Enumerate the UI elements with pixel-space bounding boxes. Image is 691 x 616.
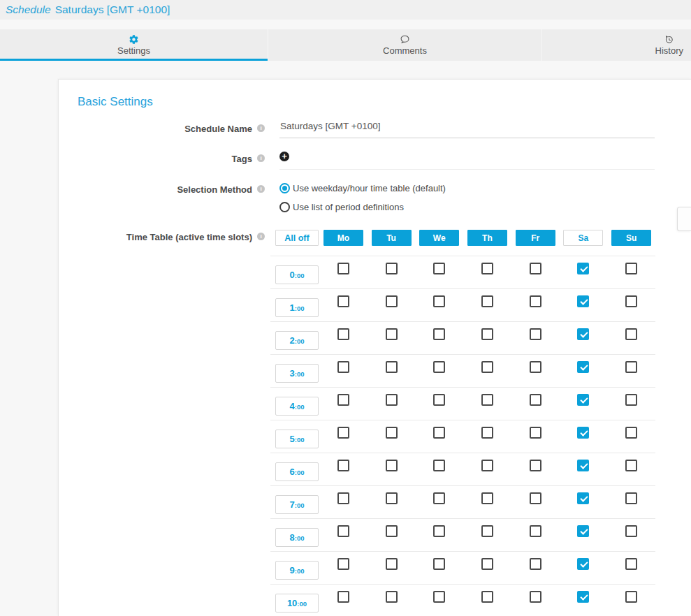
timeslot-checkbox-we-200[interactable] bbox=[433, 328, 445, 340]
timeslot-checkbox-we-300[interactable] bbox=[433, 361, 445, 373]
timeslot-checkbox-su-700[interactable] bbox=[625, 492, 637, 504]
timeslot-checkbox-sa-800[interactable] bbox=[577, 525, 589, 537]
hour-row-button-3[interactable]: 3:00 bbox=[275, 364, 319, 383]
timeslot-checkbox-mo-500[interactable] bbox=[337, 427, 349, 439]
timeslot-checkbox-fr-1000[interactable] bbox=[530, 591, 541, 603]
hour-row-button-1[interactable]: 1:00 bbox=[275, 298, 319, 317]
schedule-name-info-icon[interactable] bbox=[257, 124, 265, 132]
timeslot-checkbox-su-400[interactable] bbox=[625, 394, 637, 406]
timeslot-checkbox-fr-000[interactable] bbox=[530, 263, 541, 274]
timeslot-checkbox-th-000[interactable] bbox=[481, 263, 493, 274]
timeslot-checkbox-tu-100[interactable] bbox=[386, 295, 398, 307]
timeslot-checkbox-mo-200[interactable] bbox=[337, 328, 349, 340]
timeslot-checkbox-th-1000[interactable] bbox=[481, 591, 493, 603]
timeslot-checkbox-sa-400[interactable] bbox=[577, 394, 589, 406]
timeslot-checkbox-tu-1000[interactable] bbox=[386, 591, 398, 603]
timeslot-checkbox-tu-900[interactable] bbox=[386, 558, 398, 570]
schedule-name-input[interactable] bbox=[279, 121, 655, 138]
timeslot-checkbox-we-700[interactable] bbox=[433, 492, 445, 504]
timeslot-checkbox-mo-700[interactable] bbox=[337, 492, 349, 504]
timeslot-checkbox-tu-500[interactable] bbox=[386, 427, 398, 439]
timeslot-checkbox-th-100[interactable] bbox=[481, 295, 493, 307]
timeslot-checkbox-th-600[interactable] bbox=[481, 460, 493, 471]
timeslot-checkbox-tu-800[interactable] bbox=[386, 525, 398, 537]
hour-row-button-10[interactable]: 10:00 bbox=[275, 594, 319, 613]
timeslot-checkbox-we-1000[interactable] bbox=[433, 591, 445, 603]
day-header-button-tu[interactable]: Tu bbox=[372, 230, 412, 246]
radio-option-period-list[interactable]: Use list of period definitions bbox=[279, 202, 404, 212]
day-header-button-we[interactable]: We bbox=[419, 230, 459, 246]
side-panel-handle[interactable] bbox=[677, 207, 691, 231]
timeslot-checkbox-su-600[interactable] bbox=[625, 460, 637, 471]
day-header-button-su[interactable]: Su bbox=[611, 230, 651, 246]
day-header-button-th[interactable]: Th bbox=[467, 230, 507, 246]
timeslot-checkbox-su-1000[interactable] bbox=[625, 591, 637, 603]
timeslot-checkbox-we-000[interactable] bbox=[433, 263, 445, 274]
timeslot-checkbox-fr-300[interactable] bbox=[530, 361, 541, 373]
timeslot-checkbox-fr-500[interactable] bbox=[530, 427, 541, 439]
timeslot-checkbox-mo-600[interactable] bbox=[337, 460, 349, 471]
timeslot-checkbox-su-200[interactable] bbox=[625, 328, 637, 340]
timeslot-checkbox-sa-600[interactable] bbox=[577, 460, 589, 471]
hour-row-button-9[interactable]: 9:00 bbox=[275, 561, 319, 580]
timeslot-checkbox-tu-700[interactable] bbox=[386, 492, 398, 504]
timeslot-checkbox-th-300[interactable] bbox=[481, 361, 493, 373]
tab-settings[interactable]: Settings bbox=[0, 29, 268, 61]
timeslot-checkbox-mo-1000[interactable] bbox=[337, 591, 349, 603]
hour-row-button-0[interactable]: 0:00 bbox=[275, 265, 319, 284]
day-header-button-sa[interactable]: Sa bbox=[563, 230, 603, 246]
day-header-button-mo[interactable]: Mo bbox=[323, 230, 363, 246]
timeslot-checkbox-mo-100[interactable] bbox=[337, 295, 349, 307]
timeslot-checkbox-sa-500[interactable] bbox=[577, 427, 589, 439]
timeslot-checkbox-tu-300[interactable] bbox=[386, 361, 398, 373]
timeslot-checkbox-fr-600[interactable] bbox=[530, 460, 541, 471]
timeslot-checkbox-fr-400[interactable] bbox=[530, 394, 541, 406]
timeslot-checkbox-su-800[interactable] bbox=[625, 525, 637, 537]
timeslot-checkbox-we-500[interactable] bbox=[433, 427, 445, 439]
timeslot-checkbox-su-000[interactable] bbox=[625, 263, 637, 274]
day-header-button-fr[interactable]: Fr bbox=[516, 230, 555, 246]
timeslot-checkbox-fr-200[interactable] bbox=[530, 328, 541, 340]
tab-comments[interactable]: Comments bbox=[268, 29, 541, 61]
timeslot-checkbox-we-400[interactable] bbox=[433, 394, 445, 406]
hour-row-button-4[interactable]: 4:00 bbox=[275, 397, 319, 416]
timeslot-checkbox-sa-900[interactable] bbox=[577, 558, 589, 570]
timeslot-checkbox-we-900[interactable] bbox=[433, 558, 445, 570]
timeslot-checkbox-tu-000[interactable] bbox=[386, 263, 398, 274]
timeslot-checkbox-we-800[interactable] bbox=[433, 525, 445, 537]
timeslot-checkbox-sa-1000[interactable] bbox=[577, 591, 589, 603]
tags-info-icon[interactable] bbox=[257, 154, 265, 162]
tab-history[interactable]: History bbox=[542, 29, 691, 61]
timeslot-checkbox-we-100[interactable] bbox=[433, 295, 445, 307]
timeslot-checkbox-fr-700[interactable] bbox=[530, 492, 541, 504]
timeslot-checkbox-su-100[interactable] bbox=[625, 295, 637, 307]
timeslot-checkbox-sa-300[interactable] bbox=[577, 361, 589, 373]
timeslot-checkbox-mo-000[interactable] bbox=[337, 263, 349, 274]
selection-method-info-icon[interactable] bbox=[257, 185, 265, 193]
timeslot-checkbox-sa-000[interactable] bbox=[577, 263, 589, 274]
timeslot-checkbox-sa-100[interactable] bbox=[577, 295, 589, 307]
timeslot-checkbox-th-400[interactable] bbox=[481, 394, 493, 406]
timeslot-checkbox-su-300[interactable] bbox=[625, 361, 637, 373]
hour-row-button-6[interactable]: 6:00 bbox=[275, 462, 319, 481]
timeslot-checkbox-we-600[interactable] bbox=[433, 460, 445, 471]
hour-row-button-8[interactable]: 8:00 bbox=[275, 528, 319, 547]
timeslot-checkbox-tu-600[interactable] bbox=[386, 460, 398, 471]
all-off-button[interactable]: All off bbox=[275, 230, 319, 246]
timeslot-checkbox-mo-400[interactable] bbox=[337, 394, 349, 406]
timeslot-checkbox-fr-100[interactable] bbox=[530, 295, 541, 307]
add-tag-button[interactable] bbox=[279, 152, 289, 161]
timeslot-checkbox-sa-200[interactable] bbox=[577, 328, 589, 340]
timeslot-checkbox-th-700[interactable] bbox=[481, 492, 493, 504]
time-table-info-icon[interactable] bbox=[257, 233, 265, 240]
timeslot-checkbox-su-900[interactable] bbox=[625, 558, 637, 570]
timeslot-checkbox-mo-800[interactable] bbox=[337, 525, 349, 537]
timeslot-checkbox-th-500[interactable] bbox=[481, 427, 493, 439]
hour-row-button-7[interactable]: 7:00 bbox=[275, 495, 319, 514]
timeslot-checkbox-tu-400[interactable] bbox=[386, 394, 398, 406]
timeslot-checkbox-fr-800[interactable] bbox=[530, 525, 541, 537]
timeslot-checkbox-mo-900[interactable] bbox=[337, 558, 349, 570]
timeslot-checkbox-th-800[interactable] bbox=[481, 525, 493, 537]
radio-option-timetable[interactable]: Use weekday/hour time table (default) bbox=[279, 183, 446, 193]
hour-row-button-2[interactable]: 2:00 bbox=[275, 331, 319, 350]
